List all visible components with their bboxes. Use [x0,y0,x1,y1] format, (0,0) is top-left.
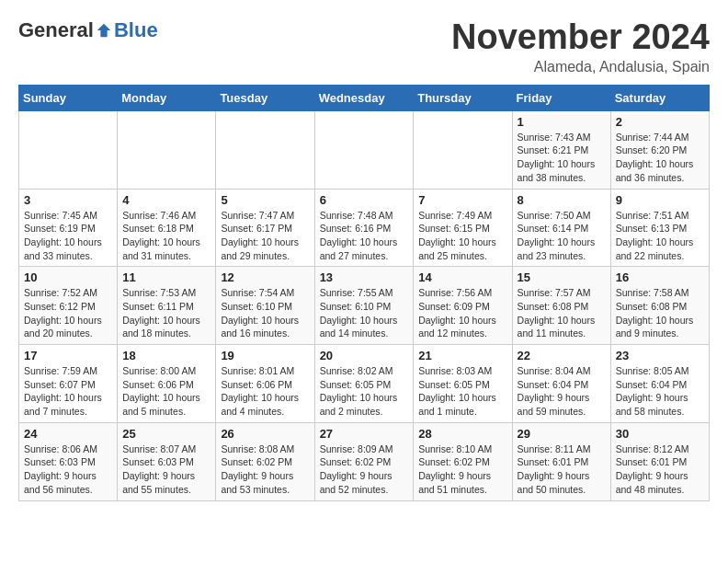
day-info: Sunrise: 7:59 AM Sunset: 6:07 PM Dayligh… [24,364,112,419]
calendar-cell [118,110,216,189]
day-number: 27 [320,427,409,441]
calendar-cell: 19Sunrise: 8:01 AM Sunset: 6:06 PM Dayli… [216,345,314,423]
day-info: Sunrise: 8:05 AM Sunset: 6:04 PM Dayligh… [616,364,704,419]
day-number: 12 [221,270,309,284]
calendar-header-friday: Friday [512,85,610,110]
day-info: Sunrise: 8:08 AM Sunset: 6:02 PM Dayligh… [221,442,309,497]
calendar-cell: 12Sunrise: 7:54 AM Sunset: 6:10 PM Dayli… [216,267,314,345]
day-number: 9 [616,193,704,207]
month-title: November 2024 [451,18,710,57]
calendar-header-row: SundayMondayTuesdayWednesdayThursdayFrid… [19,85,710,110]
day-number: 8 [518,193,606,207]
day-info: Sunrise: 8:02 AM Sunset: 6:05 PM Dayligh… [320,364,409,419]
day-number: 7 [418,193,506,207]
calendar-header-monday: Monday [118,85,216,110]
day-info: Sunrise: 8:01 AM Sunset: 6:06 PM Dayligh… [221,364,309,419]
day-number: 11 [122,270,210,284]
calendar-cell: 7Sunrise: 7:49 AM Sunset: 6:15 PM Daylig… [414,189,512,267]
day-info: Sunrise: 7:54 AM Sunset: 6:10 PM Dayligh… [221,286,309,340]
logo-blue-text: Blue [114,18,158,42]
calendar-cell: 15Sunrise: 7:57 AM Sunset: 6:08 PM Dayli… [512,267,610,345]
day-info: Sunrise: 7:52 AM Sunset: 6:12 PM Dayligh… [24,286,112,340]
calendar-cell: 4Sunrise: 7:46 AM Sunset: 6:18 PM Daylig… [118,189,216,267]
calendar-week-row: 3Sunrise: 7:45 AM Sunset: 6:19 PM Daylig… [19,189,710,267]
calendar-cell: 30Sunrise: 8:12 AM Sunset: 6:01 PM Dayli… [610,422,709,500]
day-number: 22 [518,349,606,362]
day-info: Sunrise: 8:12 AM Sunset: 6:01 PM Dayligh… [616,442,704,497]
day-info: Sunrise: 7:48 AM Sunset: 6:16 PM Dayligh… [320,209,409,263]
day-info: Sunrise: 7:53 AM Sunset: 6:11 PM Dayligh… [122,286,210,340]
title-block: November 2024 Alameda, Andalusia, Spain [451,18,710,75]
day-info: Sunrise: 8:06 AM Sunset: 6:03 PM Dayligh… [24,442,112,497]
day-number: 29 [518,427,606,441]
calendar-cell: 23Sunrise: 8:05 AM Sunset: 6:04 PM Dayli… [610,345,709,423]
logo-icon [96,22,112,39]
day-info: Sunrise: 7:56 AM Sunset: 6:09 PM Dayligh… [418,286,506,340]
calendar-cell [216,110,314,189]
day-info: Sunrise: 7:55 AM Sunset: 6:10 PM Dayligh… [320,286,409,340]
calendar-cell: 17Sunrise: 7:59 AM Sunset: 6:07 PM Dayli… [19,345,118,423]
page-header: General Blue November 2024 Alameda, Anda… [18,18,710,75]
calendar-cell: 10Sunrise: 7:52 AM Sunset: 6:12 PM Dayli… [19,267,118,345]
calendar-week-row: 24Sunrise: 8:06 AM Sunset: 6:03 PM Dayli… [19,422,710,500]
svg-marker-0 [97,24,110,37]
calendar-cell [414,110,512,189]
calendar-cell: 22Sunrise: 8:04 AM Sunset: 6:04 PM Dayli… [512,345,610,423]
day-info: Sunrise: 7:51 AM Sunset: 6:13 PM Dayligh… [616,209,704,263]
day-number: 21 [418,349,506,362]
day-info: Sunrise: 7:50 AM Sunset: 6:14 PM Dayligh… [518,209,606,263]
calendar-cell: 9Sunrise: 7:51 AM Sunset: 6:13 PM Daylig… [610,189,709,267]
day-info: Sunrise: 7:57 AM Sunset: 6:08 PM Dayligh… [518,286,606,340]
calendar-cell: 2Sunrise: 7:44 AM Sunset: 6:20 PM Daylig… [610,110,709,189]
day-number: 30 [616,427,704,441]
calendar-cell: 28Sunrise: 8:10 AM Sunset: 6:02 PM Dayli… [414,422,512,500]
calendar-cell: 3Sunrise: 7:45 AM Sunset: 6:19 PM Daylig… [19,189,118,267]
day-number: 19 [221,349,309,362]
day-number: 24 [24,427,112,441]
day-info: Sunrise: 7:58 AM Sunset: 6:08 PM Dayligh… [616,286,704,340]
day-number: 14 [418,270,506,284]
day-number: 10 [24,270,112,284]
day-number: 17 [24,349,112,362]
day-info: Sunrise: 8:07 AM Sunset: 6:03 PM Dayligh… [122,442,210,497]
calendar-header-wednesday: Wednesday [314,85,414,110]
calendar-cell: 25Sunrise: 8:07 AM Sunset: 6:03 PM Dayli… [118,422,216,500]
calendar-cell: 11Sunrise: 7:53 AM Sunset: 6:11 PM Dayli… [118,267,216,345]
calendar-cell: 13Sunrise: 7:55 AM Sunset: 6:10 PM Dayli… [314,267,414,345]
day-number: 25 [122,427,210,441]
day-info: Sunrise: 7:49 AM Sunset: 6:15 PM Dayligh… [418,209,506,263]
day-number: 4 [122,193,210,207]
calendar-cell: 1Sunrise: 7:43 AM Sunset: 6:21 PM Daylig… [512,110,610,189]
calendar-cell: 24Sunrise: 8:06 AM Sunset: 6:03 PM Dayli… [19,422,118,500]
calendar-cell: 14Sunrise: 7:56 AM Sunset: 6:09 PM Dayli… [414,267,512,345]
day-info: Sunrise: 8:10 AM Sunset: 6:02 PM Dayligh… [418,442,506,497]
day-info: Sunrise: 8:00 AM Sunset: 6:06 PM Dayligh… [122,364,210,419]
calendar-cell: 20Sunrise: 8:02 AM Sunset: 6:05 PM Dayli… [314,345,414,423]
day-number: 16 [616,270,704,284]
calendar-cell: 18Sunrise: 8:00 AM Sunset: 6:06 PM Dayli… [118,345,216,423]
calendar-cell [314,110,414,189]
calendar-cell: 29Sunrise: 8:11 AM Sunset: 6:01 PM Dayli… [512,422,610,500]
calendar-cell [19,110,118,189]
logo: General Blue [18,18,158,42]
day-number: 18 [122,349,210,362]
calendar-header-sunday: Sunday [19,85,118,110]
calendar-cell: 8Sunrise: 7:50 AM Sunset: 6:14 PM Daylig… [512,189,610,267]
location-subtitle: Alameda, Andalusia, Spain [451,59,710,75]
day-number: 15 [518,270,606,284]
day-number: 23 [616,349,704,362]
day-number: 1 [518,115,606,129]
day-info: Sunrise: 7:45 AM Sunset: 6:19 PM Dayligh… [24,209,112,263]
day-info: Sunrise: 7:44 AM Sunset: 6:20 PM Dayligh… [616,131,704,185]
calendar-cell: 21Sunrise: 8:03 AM Sunset: 6:05 PM Dayli… [414,345,512,423]
calendar-header-thursday: Thursday [414,85,512,110]
calendar-week-row: 10Sunrise: 7:52 AM Sunset: 6:12 PM Dayli… [19,267,710,345]
calendar-table: SundayMondayTuesdayWednesdayThursdayFrid… [18,85,710,501]
calendar-cell: 16Sunrise: 7:58 AM Sunset: 6:08 PM Dayli… [610,267,709,345]
day-number: 28 [418,427,506,441]
day-info: Sunrise: 8:04 AM Sunset: 6:04 PM Dayligh… [518,364,606,419]
day-info: Sunrise: 8:03 AM Sunset: 6:05 PM Dayligh… [418,364,506,419]
logo-general-text: General [18,18,94,42]
calendar-week-row: 17Sunrise: 7:59 AM Sunset: 6:07 PM Dayli… [19,345,710,423]
day-number: 6 [320,193,409,207]
